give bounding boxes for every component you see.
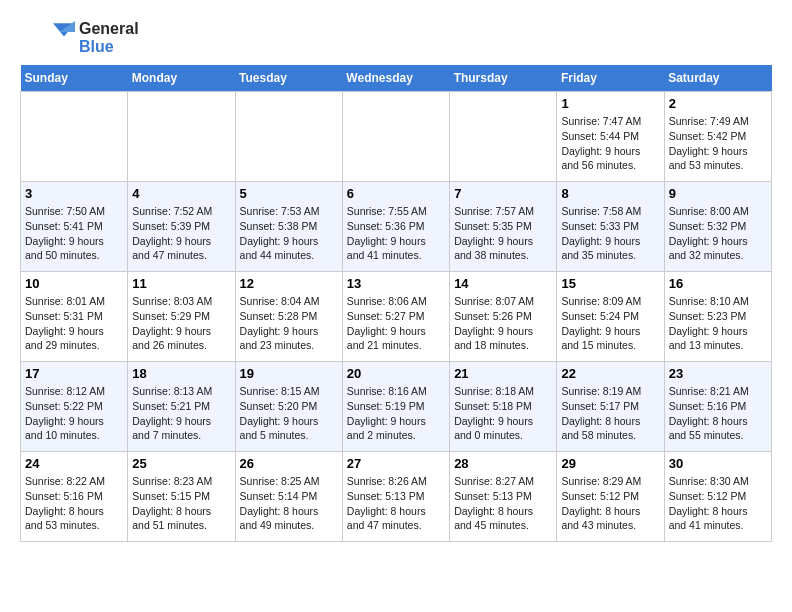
day-info: Sunrise: 8:29 AM Sunset: 5:12 PM Dayligh… [561, 474, 659, 533]
calendar-cell: 28Sunrise: 8:27 AM Sunset: 5:13 PM Dayli… [450, 452, 557, 542]
calendar-cell: 14Sunrise: 8:07 AM Sunset: 5:26 PM Dayli… [450, 272, 557, 362]
day-info: Sunrise: 8:18 AM Sunset: 5:18 PM Dayligh… [454, 384, 552, 443]
day-info: Sunrise: 7:55 AM Sunset: 5:36 PM Dayligh… [347, 204, 445, 263]
day-number: 8 [561, 186, 659, 201]
day-info: Sunrise: 8:12 AM Sunset: 5:22 PM Dayligh… [25, 384, 123, 443]
day-info: Sunrise: 8:04 AM Sunset: 5:28 PM Dayligh… [240, 294, 338, 353]
calendar-cell: 3Sunrise: 7:50 AM Sunset: 5:41 PM Daylig… [21, 182, 128, 272]
calendar-cell [21, 92, 128, 182]
calendar-cell: 11Sunrise: 8:03 AM Sunset: 5:29 PM Dayli… [128, 272, 235, 362]
header-wednesday: Wednesday [342, 65, 449, 92]
day-number: 21 [454, 366, 552, 381]
calendar-cell: 13Sunrise: 8:06 AM Sunset: 5:27 PM Dayli… [342, 272, 449, 362]
day-number: 22 [561, 366, 659, 381]
day-info: Sunrise: 8:30 AM Sunset: 5:12 PM Dayligh… [669, 474, 767, 533]
day-info: Sunrise: 8:22 AM Sunset: 5:16 PM Dayligh… [25, 474, 123, 533]
day-number: 27 [347, 456, 445, 471]
day-number: 4 [132, 186, 230, 201]
calendar-cell: 2Sunrise: 7:49 AM Sunset: 5:42 PM Daylig… [664, 92, 771, 182]
calendar-cell: 5Sunrise: 7:53 AM Sunset: 5:38 PM Daylig… [235, 182, 342, 272]
calendar-week-row: 3Sunrise: 7:50 AM Sunset: 5:41 PM Daylig… [21, 182, 772, 272]
day-info: Sunrise: 8:01 AM Sunset: 5:31 PM Dayligh… [25, 294, 123, 353]
day-info: Sunrise: 8:21 AM Sunset: 5:16 PM Dayligh… [669, 384, 767, 443]
day-number: 15 [561, 276, 659, 291]
header-sunday: Sunday [21, 65, 128, 92]
day-number: 9 [669, 186, 767, 201]
day-number: 29 [561, 456, 659, 471]
header-monday: Monday [128, 65, 235, 92]
day-info: Sunrise: 8:00 AM Sunset: 5:32 PM Dayligh… [669, 204, 767, 263]
calendar-cell: 22Sunrise: 8:19 AM Sunset: 5:17 PM Dayli… [557, 362, 664, 452]
calendar-week-row: 1Sunrise: 7:47 AM Sunset: 5:44 PM Daylig… [21, 92, 772, 182]
day-info: Sunrise: 8:23 AM Sunset: 5:15 PM Dayligh… [132, 474, 230, 533]
header: GeneralBlue [20, 20, 772, 55]
calendar-cell: 9Sunrise: 8:00 AM Sunset: 5:32 PM Daylig… [664, 182, 771, 272]
day-info: Sunrise: 7:57 AM Sunset: 5:35 PM Dayligh… [454, 204, 552, 263]
day-info: Sunrise: 8:19 AM Sunset: 5:17 PM Dayligh… [561, 384, 659, 443]
day-info: Sunrise: 8:07 AM Sunset: 5:26 PM Dayligh… [454, 294, 552, 353]
header-friday: Friday [557, 65, 664, 92]
day-info: Sunrise: 7:53 AM Sunset: 5:38 PM Dayligh… [240, 204, 338, 263]
day-info: Sunrise: 8:16 AM Sunset: 5:19 PM Dayligh… [347, 384, 445, 443]
day-number: 7 [454, 186, 552, 201]
day-info: Sunrise: 8:10 AM Sunset: 5:23 PM Dayligh… [669, 294, 767, 353]
calendar-cell: 4Sunrise: 7:52 AM Sunset: 5:39 PM Daylig… [128, 182, 235, 272]
day-number: 2 [669, 96, 767, 111]
day-info: Sunrise: 8:26 AM Sunset: 5:13 PM Dayligh… [347, 474, 445, 533]
calendar-cell: 23Sunrise: 8:21 AM Sunset: 5:16 PM Dayli… [664, 362, 771, 452]
day-info: Sunrise: 8:27 AM Sunset: 5:13 PM Dayligh… [454, 474, 552, 533]
day-number: 10 [25, 276, 123, 291]
day-number: 30 [669, 456, 767, 471]
calendar-cell: 20Sunrise: 8:16 AM Sunset: 5:19 PM Dayli… [342, 362, 449, 452]
calendar-cell: 29Sunrise: 8:29 AM Sunset: 5:12 PM Dayli… [557, 452, 664, 542]
day-number: 12 [240, 276, 338, 291]
day-number: 19 [240, 366, 338, 381]
calendar-cell: 12Sunrise: 8:04 AM Sunset: 5:28 PM Dayli… [235, 272, 342, 362]
calendar-cell: 16Sunrise: 8:10 AM Sunset: 5:23 PM Dayli… [664, 272, 771, 362]
logo: GeneralBlue [20, 20, 139, 55]
header-thursday: Thursday [450, 65, 557, 92]
calendar-week-row: 10Sunrise: 8:01 AM Sunset: 5:31 PM Dayli… [21, 272, 772, 362]
calendar-cell: 7Sunrise: 7:57 AM Sunset: 5:35 PM Daylig… [450, 182, 557, 272]
day-number: 13 [347, 276, 445, 291]
calendar-header-row: SundayMondayTuesdayWednesdayThursdayFrid… [21, 65, 772, 92]
calendar-table: SundayMondayTuesdayWednesdayThursdayFrid… [20, 65, 772, 542]
day-number: 14 [454, 276, 552, 291]
calendar-cell: 27Sunrise: 8:26 AM Sunset: 5:13 PM Dayli… [342, 452, 449, 542]
day-number: 11 [132, 276, 230, 291]
day-number: 16 [669, 276, 767, 291]
day-info: Sunrise: 7:52 AM Sunset: 5:39 PM Dayligh… [132, 204, 230, 263]
day-number: 1 [561, 96, 659, 111]
calendar-cell: 24Sunrise: 8:22 AM Sunset: 5:16 PM Dayli… [21, 452, 128, 542]
day-info: Sunrise: 8:06 AM Sunset: 5:27 PM Dayligh… [347, 294, 445, 353]
calendar-cell: 1Sunrise: 7:47 AM Sunset: 5:44 PM Daylig… [557, 92, 664, 182]
day-info: Sunrise: 8:25 AM Sunset: 5:14 PM Dayligh… [240, 474, 338, 533]
calendar-week-row: 17Sunrise: 8:12 AM Sunset: 5:22 PM Dayli… [21, 362, 772, 452]
day-number: 3 [25, 186, 123, 201]
day-number: 5 [240, 186, 338, 201]
day-info: Sunrise: 8:15 AM Sunset: 5:20 PM Dayligh… [240, 384, 338, 443]
day-info: Sunrise: 7:50 AM Sunset: 5:41 PM Dayligh… [25, 204, 123, 263]
calendar-cell: 26Sunrise: 8:25 AM Sunset: 5:14 PM Dayli… [235, 452, 342, 542]
calendar-cell: 25Sunrise: 8:23 AM Sunset: 5:15 PM Dayli… [128, 452, 235, 542]
calendar-cell [342, 92, 449, 182]
day-info: Sunrise: 8:09 AM Sunset: 5:24 PM Dayligh… [561, 294, 659, 353]
calendar-week-row: 24Sunrise: 8:22 AM Sunset: 5:16 PM Dayli… [21, 452, 772, 542]
day-number: 23 [669, 366, 767, 381]
day-info: Sunrise: 7:58 AM Sunset: 5:33 PM Dayligh… [561, 204, 659, 263]
logo-icon [20, 20, 75, 55]
day-number: 24 [25, 456, 123, 471]
header-saturday: Saturday [664, 65, 771, 92]
day-number: 20 [347, 366, 445, 381]
logo-blue: Blue [79, 38, 139, 56]
day-info: Sunrise: 7:47 AM Sunset: 5:44 PM Dayligh… [561, 114, 659, 173]
calendar-cell: 15Sunrise: 8:09 AM Sunset: 5:24 PM Dayli… [557, 272, 664, 362]
day-number: 18 [132, 366, 230, 381]
calendar-cell: 30Sunrise: 8:30 AM Sunset: 5:12 PM Dayli… [664, 452, 771, 542]
header-tuesday: Tuesday [235, 65, 342, 92]
logo-general: General [79, 20, 139, 38]
calendar-cell: 6Sunrise: 7:55 AM Sunset: 5:36 PM Daylig… [342, 182, 449, 272]
calendar-cell: 17Sunrise: 8:12 AM Sunset: 5:22 PM Dayli… [21, 362, 128, 452]
calendar-cell: 21Sunrise: 8:18 AM Sunset: 5:18 PM Dayli… [450, 362, 557, 452]
calendar-cell: 19Sunrise: 8:15 AM Sunset: 5:20 PM Dayli… [235, 362, 342, 452]
